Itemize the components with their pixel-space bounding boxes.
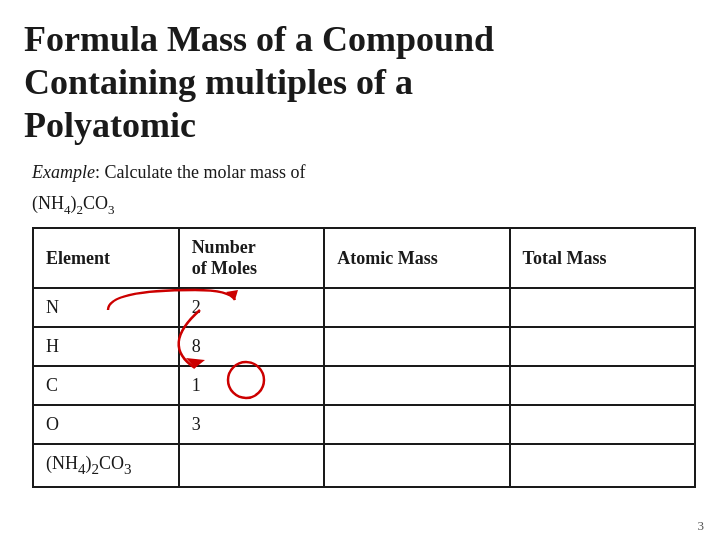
table-row: N 2 <box>33 288 695 327</box>
cell-element-H: H <box>33 327 179 366</box>
formula-line: (NH4)2CO3 <box>32 193 696 218</box>
title-line2: Containing multiples of a <box>24 61 696 104</box>
cell-element-C: C <box>33 366 179 405</box>
title-line1: Formula Mass of a Compound <box>24 18 696 61</box>
example-line1: Example: Calculate the molar mass of <box>32 162 696 183</box>
cell-moles-formula <box>179 444 325 487</box>
table-row: (NH4)2CO3 <box>33 444 695 487</box>
cell-total-formula <box>510 444 695 487</box>
title-line3: Polyatomic <box>24 104 696 147</box>
cell-moles-O: 3 <box>179 405 325 444</box>
cell-moles-C: 1 <box>179 366 325 405</box>
cell-element-O: O <box>33 405 179 444</box>
table-row: H 8 <box>33 327 695 366</box>
header-element: Element <box>33 228 179 288</box>
cell-atomic-N <box>324 288 509 327</box>
cell-total-O <box>510 405 695 444</box>
table-header-row: Element Numberof Moles Atomic Mass Total… <box>33 228 695 288</box>
cell-moles-N: 2 <box>179 288 325 327</box>
molar-mass-table: Element Numberof Moles Atomic Mass Total… <box>32 227 696 488</box>
header-moles: Numberof Moles <box>179 228 325 288</box>
page-number: 3 <box>698 518 705 534</box>
cell-atomic-H <box>324 327 509 366</box>
header-total-mass: Total Mass <box>510 228 695 288</box>
cell-total-C <box>510 366 695 405</box>
cell-element-formula: (NH4)2CO3 <box>33 444 179 487</box>
cell-total-N <box>510 288 695 327</box>
table-row: O 3 <box>33 405 695 444</box>
header-atomic-mass: Atomic Mass <box>324 228 509 288</box>
table-row: C 1 <box>33 366 695 405</box>
example-description: : Calculate the molar mass of <box>95 162 305 182</box>
cell-atomic-C <box>324 366 509 405</box>
cell-atomic-formula <box>324 444 509 487</box>
cell-element-N: N <box>33 288 179 327</box>
cell-moles-H: 8 <box>179 327 325 366</box>
cell-total-H <box>510 327 695 366</box>
example-label: Example <box>32 162 95 182</box>
page-title: Formula Mass of a Compound Containing mu… <box>24 18 696 148</box>
page: Formula Mass of a Compound Containing mu… <box>0 0 720 540</box>
cell-atomic-O <box>324 405 509 444</box>
